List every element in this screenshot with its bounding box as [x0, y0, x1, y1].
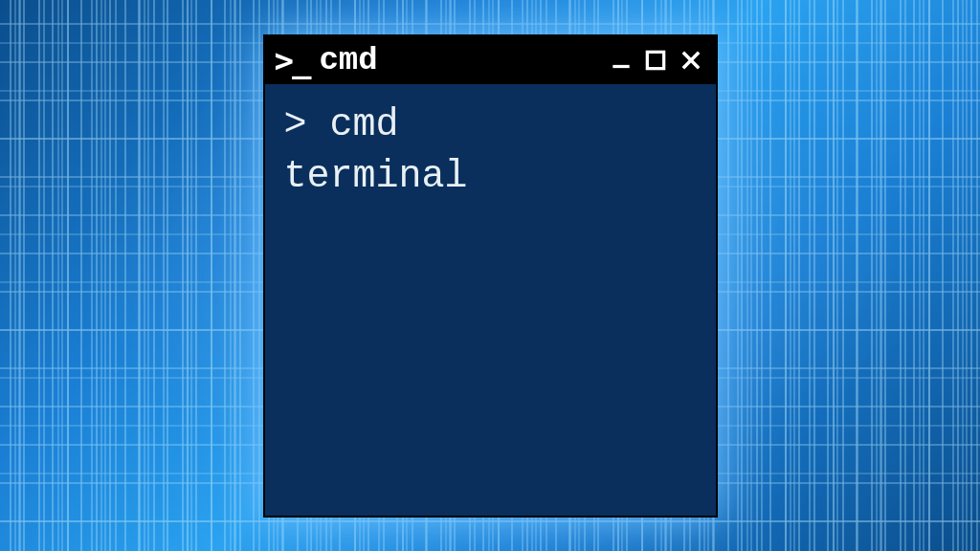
terminal-line: terminal — [284, 153, 697, 201]
maximize-button[interactable] — [641, 46, 670, 75]
titlebar[interactable]: >_ cmd — [265, 36, 716, 84]
maximize-icon — [643, 48, 668, 73]
prompt-icon: >_ — [275, 41, 310, 79]
svg-rect-1 — [647, 52, 663, 68]
window-controls — [607, 45, 706, 76]
command-text: cmd — [330, 103, 399, 146]
terminal-line: > cmd — [284, 101, 697, 149]
terminal-body[interactable]: > cmd terminal — [265, 84, 716, 218]
prompt-char: > — [284, 103, 330, 146]
minimize-icon — [609, 48, 634, 73]
command-text: terminal — [284, 155, 468, 198]
close-button[interactable] — [676, 45, 706, 76]
minimize-button[interactable] — [607, 46, 635, 75]
terminal-window: >_ cmd > cmd terminal — [263, 34, 718, 518]
window-title: cmd — [319, 42, 596, 78]
close-icon — [678, 47, 704, 74]
